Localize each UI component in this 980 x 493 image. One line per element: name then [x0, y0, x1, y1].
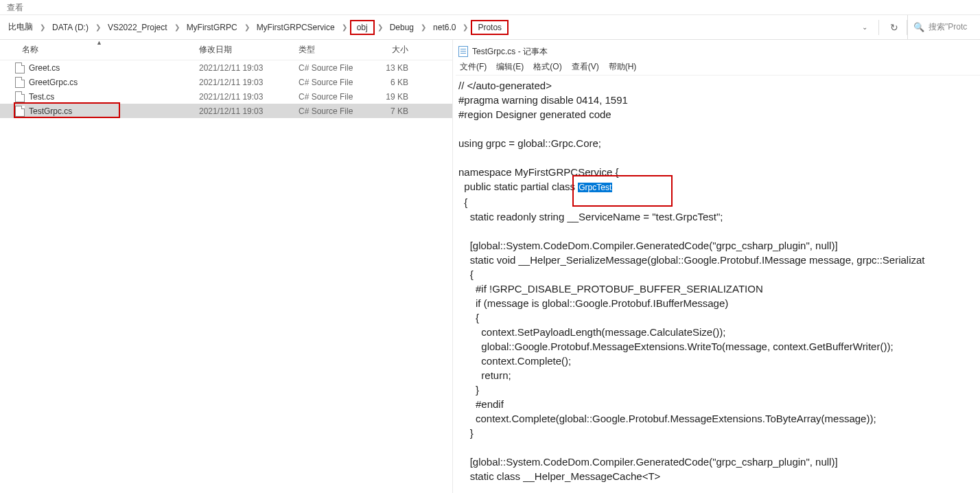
search-icon: 🔍	[913, 22, 924, 32]
chevron-right-icon: ❯	[463, 23, 468, 31]
menu-file[interactable]: 文件(F)	[460, 61, 487, 73]
breadcrumb-item[interactable]: MyFirstGRPCService	[253, 21, 339, 34]
column-header-type[interactable]: 类型	[292, 44, 374, 56]
chevron-right-icon: ❯	[40, 23, 45, 31]
file-explorer-pane: ▲ 名称 修改日期 类型 大小 Greet.cs2021/12/11 19:03…	[0, 40, 453, 493]
menu-format[interactable]: 格式(O)	[533, 61, 561, 73]
address-controls: ⌄ ↻	[854, 20, 907, 35]
breadcrumb-item[interactable]: 比电脑	[4, 20, 37, 34]
file-type: C# Source File	[292, 92, 374, 102]
divider	[878, 20, 879, 35]
notepad-menubar: 文件(F) 编辑(E) 格式(O) 查看(V) 帮助(H)	[456, 59, 980, 76]
file-size: 13 KB	[374, 63, 422, 73]
menu-edit[interactable]: 编辑(E)	[496, 61, 524, 73]
column-headers: ▲ 名称 修改日期 类型 大小	[0, 40, 452, 60]
file-name: Greet.cs	[29, 63, 60, 73]
notepad-icon	[458, 46, 468, 57]
file-row[interactable]: Test.cs2021/12/11 19:03C# Source File19 …	[0, 89, 452, 104]
file-date: 2021/12/11 19:03	[192, 106, 292, 116]
file-icon	[15, 91, 25, 102]
history-dropdown[interactable]: ⌄	[858, 22, 872, 32]
notepad-title: TestGrpc.cs - 记事本	[472, 46, 548, 58]
menu-help[interactable]: 帮助(H)	[609, 61, 637, 73]
chevron-right-icon: ❯	[174, 23, 180, 31]
chevron-right-icon: ❯	[377, 23, 383, 31]
file-row[interactable]: GreetGrpc.cs2021/12/11 19:03C# Source Fi…	[0, 75, 452, 89]
file-icon	[15, 62, 25, 73]
search-input[interactable]: 🔍 搜索"Protc	[907, 15, 976, 39]
breadcrumb-item[interactable]: Debug	[386, 21, 418, 34]
chevron-right-icon: ❯	[95, 23, 101, 31]
file-icon	[15, 77, 25, 88]
file-size: 6 KB	[374, 78, 422, 87]
file-size: 19 KB	[374, 92, 422, 102]
notepad-titlebar: TestGrpc.cs - 记事本	[456, 44, 980, 59]
notepad-text-area[interactable]: // </auto-generated> #pragma warning dis…	[456, 76, 980, 486]
file-type: C# Source File	[292, 78, 374, 87]
file-icon	[15, 106, 25, 117]
chevron-right-icon: ❯	[342, 23, 347, 31]
breadcrumb-item[interactable]: MyFirstGRPC	[183, 21, 242, 34]
file-name: TestGrpc.cs	[29, 106, 72, 116]
breadcrumb-item[interactable]: VS2022_Project	[104, 21, 172, 34]
menu-view[interactable]: 查看(V)	[572, 61, 599, 73]
file-date: 2021/12/11 19:03	[192, 63, 292, 73]
file-type: C# Source File	[292, 63, 374, 73]
file-row[interactable]: Greet.cs2021/12/11 19:03C# Source File13…	[0, 60, 452, 75]
file-size: 7 KB	[374, 106, 422, 116]
chevron-right-icon: ❯	[421, 23, 426, 31]
breadcrumb-item[interactable]: DATA (D:)	[48, 21, 93, 34]
file-row[interactable]: TestGrpc.cs2021/12/11 19:03C# Source Fil…	[0, 104, 452, 118]
sort-indicator-icon: ▲	[96, 39, 102, 46]
file-date: 2021/12/11 19:03	[192, 78, 292, 87]
breadcrumb-item[interactable]: Protos	[471, 20, 509, 35]
chevron-right-icon: ❯	[244, 23, 250, 31]
breadcrumb-item[interactable]: net6.0	[429, 21, 460, 34]
file-name: Test.cs	[29, 92, 54, 102]
refresh-button[interactable]: ↻	[886, 21, 902, 34]
selected-text: GrpcTest	[578, 183, 612, 192]
file-list: Greet.cs2021/12/11 19:03C# Source File13…	[0, 60, 452, 493]
notepad-window: TestGrpc.cs - 记事本 文件(F) 编辑(E) 格式(O) 查看(V…	[453, 40, 980, 493]
file-type: C# Source File	[292, 106, 374, 116]
file-date: 2021/12/11 19:03	[192, 92, 292, 102]
file-name: GreetGrpc.cs	[29, 78, 78, 87]
ribbon-tab-view[interactable]: 查看	[0, 0, 980, 15]
main-area: ▲ 名称 修改日期 类型 大小 Greet.cs2021/12/11 19:03…	[0, 40, 980, 493]
column-header-size[interactable]: 大小	[374, 44, 422, 56]
address-bar: 比电脑❯DATA (D:)❯VS2022_Project❯MyFirstGRPC…	[0, 15, 980, 40]
breadcrumb[interactable]: 比电脑❯DATA (D:)❯VS2022_Project❯MyFirstGRPC…	[4, 20, 854, 35]
column-header-date[interactable]: 修改日期	[192, 44, 292, 56]
breadcrumb-item[interactable]: obj	[350, 20, 375, 35]
